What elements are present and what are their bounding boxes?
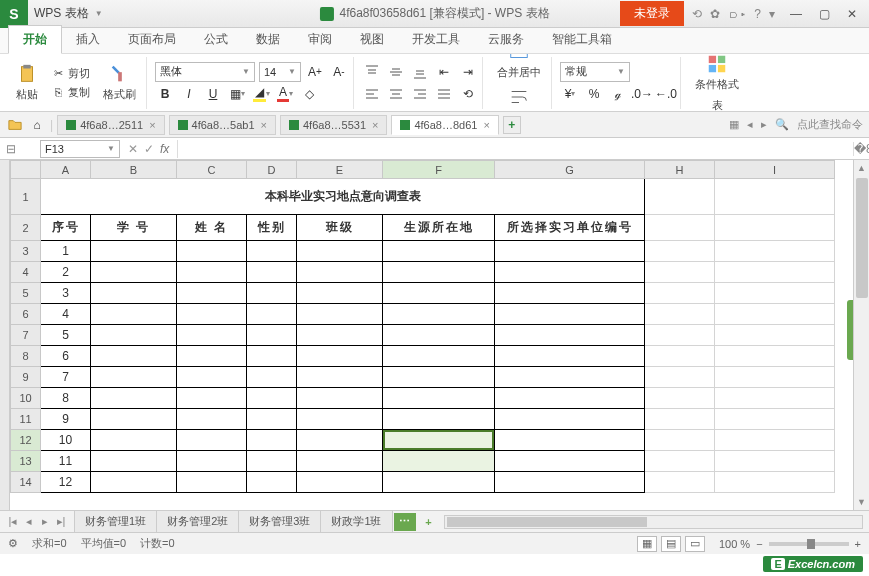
merge-center-button[interactable]: 合并居中 [491,54,547,82]
row-header[interactable]: 7 [11,325,41,346]
name-box[interactable]: F13▼ [40,140,120,158]
cell[interactable]: 3 [41,283,91,304]
cell[interactable] [645,409,715,430]
row-header[interactable]: 12 [11,430,41,451]
cell[interactable]: 4 [41,304,91,325]
cell[interactable] [715,241,835,262]
tab-smarttools[interactable]: 智能工具箱 [538,26,626,53]
cell[interactable] [715,325,835,346]
side-panel-handle[interactable] [847,300,853,360]
increase-decimal-button[interactable]: .0→ [632,84,652,104]
sheet-tab-2[interactable]: 财务管理3班 [238,510,321,533]
font-size-select[interactable]: 14▼ [259,62,301,82]
cell[interactable] [91,472,177,493]
add-sheet-button[interactable]: + [420,516,438,528]
col-header-H[interactable]: H [645,161,715,179]
cell[interactable] [247,409,297,430]
col-header-G[interactable]: G [495,161,645,179]
cell[interactable] [645,241,715,262]
row-header[interactable]: 9 [11,367,41,388]
row-header[interactable]: 3 [11,241,41,262]
help-icon[interactable]: ? [754,7,761,21]
open-file-icon[interactable] [6,116,24,134]
underline-button[interactable]: U [203,84,223,104]
cell[interactable] [715,409,835,430]
cell[interactable] [297,367,383,388]
select-all-corner[interactable] [11,161,41,179]
file-tab-2[interactable]: 4f6a8…5531× [280,115,387,135]
cell[interactable] [247,346,297,367]
vertical-scrollbar[interactable]: ▲ ▼ [853,160,869,510]
cell[interactable] [715,430,835,451]
close-icon[interactable]: × [261,119,267,131]
align-bottom-button[interactable] [410,62,430,82]
cell[interactable] [495,472,645,493]
cancel-icon[interactable]: ✕ [128,142,138,156]
cell[interactable] [715,304,835,325]
cell[interactable] [715,346,835,367]
cell[interactable] [247,304,297,325]
cell[interactable] [247,472,297,493]
cell[interactable]: 9 [41,409,91,430]
view-pagebreak-button[interactable]: ▭ [685,536,705,552]
cell[interactable] [645,215,715,241]
header-cell[interactable]: 姓 名 [177,215,247,241]
tab-devtools[interactable]: 开发工具 [398,26,474,53]
cell[interactable] [383,241,495,262]
maximize-button[interactable]: ▢ [811,4,837,24]
cell[interactable]: 6 [41,346,91,367]
cell[interactable] [177,409,247,430]
cell[interactable] [715,262,835,283]
tab-nav-prev[interactable]: ◂ [747,118,753,131]
cell[interactable]: 7 [41,367,91,388]
cell[interactable] [495,304,645,325]
cell[interactable] [297,304,383,325]
fx-icon[interactable]: fx [160,142,169,156]
scroll-thumb[interactable] [447,517,647,527]
cell[interactable] [91,346,177,367]
cell[interactable] [91,241,177,262]
cell[interactable] [715,472,835,493]
border-button[interactable]: ▦▾ [227,84,247,104]
justify-button[interactable] [434,84,454,104]
cell[interactable] [247,388,297,409]
cell[interactable] [91,325,177,346]
cell[interactable] [247,367,297,388]
row-header[interactable]: 11 [11,409,41,430]
cell[interactable]: 5 [41,325,91,346]
tab-home[interactable]: 开始 [8,25,62,54]
cell[interactable] [645,472,715,493]
cell[interactable] [383,451,495,472]
view-pagelayout-button[interactable]: ▤ [661,536,681,552]
row-header[interactable]: 6 [11,304,41,325]
cell[interactable] [177,367,247,388]
tab-review[interactable]: 审阅 [294,26,346,53]
cell[interactable] [177,241,247,262]
sheet-more-button[interactable]: ⋯ [394,513,416,531]
cell[interactable]: 8 [41,388,91,409]
comma-button[interactable]: ℊ [608,84,628,104]
row-header[interactable]: 13 [11,451,41,472]
col-header-A[interactable]: A [41,161,91,179]
cell[interactable] [715,283,835,304]
formula-expand-icon[interactable]: �885 [853,142,869,156]
align-left-button[interactable] [362,84,382,104]
paste-button[interactable]: 粘贴 [10,61,44,104]
cell[interactable]: 11 [41,451,91,472]
align-center-button[interactable] [386,84,406,104]
cell[interactable] [247,430,297,451]
tab-insert[interactable]: 插入 [62,26,114,53]
more-icon[interactable]: ▾ [769,7,775,21]
scroll-down-icon[interactable]: ▼ [854,494,869,510]
close-icon[interactable]: × [483,119,489,131]
cell[interactable] [247,325,297,346]
align-right-button[interactable] [410,84,430,104]
currency-button[interactable]: ¥▾ [560,84,580,104]
close-icon[interactable]: × [149,119,155,131]
app-menu-dropdown[interactable]: ▼ [95,9,103,18]
cell[interactable] [91,262,177,283]
cell[interactable] [177,346,247,367]
cell[interactable] [383,304,495,325]
title-cell[interactable]: 本科毕业实习地点意向调查表 [41,179,645,215]
row-header-2[interactable]: 2 [11,215,41,241]
